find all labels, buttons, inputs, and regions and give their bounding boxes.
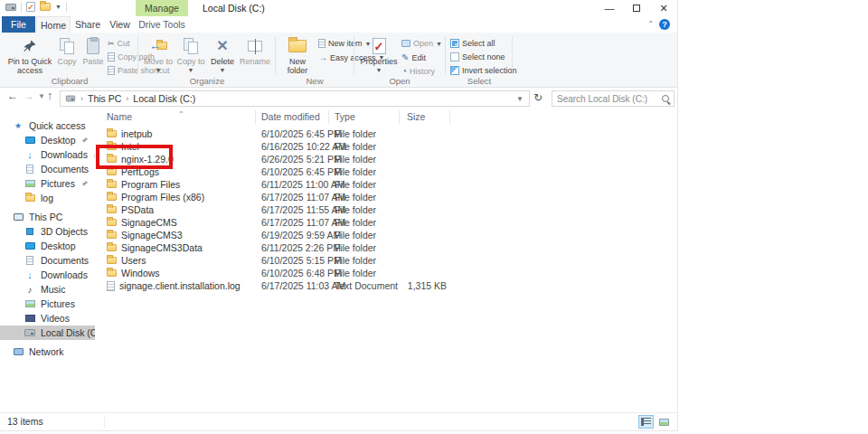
sidebar-item-desktop-pc[interactable]: Desktop	[0, 239, 95, 253]
tab-view[interactable]: View	[105, 16, 135, 33]
music-icon: ♪	[28, 285, 33, 295]
minimize-button[interactable]: —	[596, 0, 623, 16]
details-view-button[interactable]	[638, 415, 654, 429]
documents-icon	[26, 165, 33, 174]
videos-icon	[25, 315, 35, 322]
column-header-name[interactable]: ⌃ Name	[95, 110, 256, 124]
sidebar-item-network[interactable]: Network	[0, 344, 95, 359]
pin-icon	[81, 137, 89, 144]
pictures-icon	[25, 300, 35, 307]
file-row-psdata[interactable]: PSData 6/17/2025 11:55 AM File folder	[95, 203, 677, 216]
paste-button[interactable]: Paste	[80, 36, 106, 67]
sidebar-item-music[interactable]: ♪ Music	[0, 282, 95, 297]
copy-icon	[60, 36, 75, 56]
pin-to-quick-access-button[interactable]: Pin to Quick access	[5, 36, 54, 75]
rename-button[interactable]: Rename	[238, 36, 272, 67]
divider	[66, 3, 67, 12]
help-icon[interactable]: ?	[659, 19, 670, 30]
folder-icon[interactable]	[40, 3, 51, 11]
up-icon[interactable]: ↑	[47, 90, 52, 102]
address-bar-row: ← → ▼ ↑ › This PC › Local Disk (C:) ▼ ↻	[0, 88, 677, 109]
sidebar-item-desktop[interactable]: Desktop	[0, 133, 95, 147]
address-bar[interactable]: › This PC › Local Disk (C:) ▼	[60, 90, 530, 107]
folder-icon	[107, 130, 117, 137]
collapse-ribbon-icon[interactable]: ⌃	[647, 20, 654, 28]
sidebar-item-pictures[interactable]: Pictures	[0, 176, 95, 191]
new-folder-button[interactable]: New folder	[280, 36, 315, 75]
tab-drive-tools[interactable]: Drive Tools	[136, 16, 188, 33]
column-header-size[interactable]: Size	[400, 110, 450, 124]
file-row-program-files[interactable]: Program Files 6/11/2025 11:00 AM File fo…	[95, 178, 677, 191]
thumbnails-view-button[interactable]	[656, 415, 672, 429]
search-input[interactable]	[557, 94, 662, 104]
manage-contextual-tab[interactable]: Manage	[136, 0, 188, 16]
search-box[interactable]	[552, 90, 675, 107]
details-view-icon	[641, 418, 651, 426]
sidebar-item-videos[interactable]: Videos	[0, 311, 95, 326]
divider	[137, 36, 138, 74]
breadcrumb-local-disk[interactable]: Local Disk (C:)	[133, 93, 195, 104]
maximize-button[interactable]	[623, 0, 650, 16]
desktop-icon	[25, 137, 35, 144]
properties-button[interactable]: ✓ Properties ▼	[360, 36, 398, 73]
sidebar-item-downloads[interactable]: ↓ Downloads	[0, 147, 95, 162]
sidebar-item-documents-pc[interactable]: Documents	[0, 253, 95, 268]
back-icon[interactable]: ←	[7, 90, 18, 102]
search-icon	[662, 95, 669, 102]
window-title: Local Disk (C:)	[203, 0, 265, 16]
sidebar-item-this-pc[interactable]: This PC	[0, 210, 95, 224]
open-button[interactable]: Open ▼	[401, 39, 442, 48]
sidebar-item-pictures-pc[interactable]: Pictures	[0, 297, 95, 311]
file-row-intel[interactable]: Intel 6/16/2025 10:22 AM File folder	[95, 140, 677, 153]
qat-dropdown-icon[interactable]: ▼	[55, 4, 61, 10]
copy-to-button[interactable]: Copy to ▼	[175, 36, 206, 73]
folder-icon	[107, 269, 117, 277]
file-row-windows[interactable]: Windows 6/10/2025 6:48 PM File folder	[95, 267, 677, 279]
delete-button[interactable]: ✕ Delete ▼	[208, 36, 237, 73]
select-all-button[interactable]: Select all	[450, 39, 495, 48]
divider	[104, 415, 105, 429]
properties-shortcut-icon[interactable]: ✓	[26, 2, 35, 12]
tab-home[interactable]: Home	[36, 16, 71, 33]
column-header-type[interactable]: Type	[329, 110, 400, 124]
cut-button[interactable]: ✂ Cut	[108, 39, 130, 48]
history-button[interactable]: ◔ History	[401, 66, 435, 76]
sidebar-item-downloads-pc[interactable]: ↓ Downloads	[0, 268, 95, 282]
open-icon	[401, 40, 410, 47]
address-dropdown-icon[interactable]: ▼	[516, 95, 524, 103]
tab-file[interactable]: File	[2, 16, 35, 33]
refresh-icon[interactable]: ↻	[533, 91, 542, 104]
move-to-button[interactable]: ← Move to ▼	[143, 36, 174, 73]
tab-share[interactable]: Share	[72, 16, 103, 33]
divider	[275, 36, 276, 74]
downloads-icon: ↓	[27, 149, 33, 160]
sidebar-item-documents[interactable]: Documents	[0, 162, 95, 176]
invert-selection-button[interactable]: Invert selection	[450, 66, 517, 75]
sidebar-item-log[interactable]: log	[0, 191, 95, 205]
sidebar-item-3d-objects[interactable]: 3D Objects	[0, 224, 95, 239]
file-row-program-files-x86[interactable]: Program Files (x86) 6/17/2025 11:07 AM F…	[95, 191, 677, 203]
close-button[interactable]: ✕	[650, 0, 677, 16]
breadcrumb-this-pc[interactable]: This PC	[88, 93, 121, 104]
edit-button[interactable]: ✎ Edit	[401, 52, 426, 62]
file-row-signage-log[interactable]: signage.client.installation.log 6/17/202…	[95, 279, 677, 292]
file-row-signagecms3[interactable]: SignageCMS3 6/19/2025 9:59 AM File folde…	[95, 229, 677, 241]
sidebar-item-local-disk-c[interactable]: Local Disk (C:)	[0, 326, 95, 340]
file-row-signagecms3data[interactable]: SignageCMS3Data 6/11/2025 2:26 PM File f…	[95, 241, 677, 254]
copy-button[interactable]: Copy	[54, 36, 80, 67]
cut-icon: ✂	[108, 39, 115, 48]
file-row-signagecms[interactable]: SignageCMS 6/17/2025 11:07 AM File folde…	[95, 216, 677, 229]
column-header-date-modified[interactable]: Date modified	[256, 110, 329, 124]
folder-icon	[107, 193, 117, 201]
folder-icon	[107, 206, 117, 213]
recent-locations-icon[interactable]: ▼	[38, 92, 45, 100]
this-pc-icon	[14, 213, 24, 221]
status-bar: 13 items	[0, 412, 677, 430]
file-row-nginx[interactable]: nginx-1.29.0 6/26/2025 5:21 PM File fold…	[95, 153, 677, 165]
file-row-users[interactable]: Users 6/10/2025 5:15 PM File folder	[95, 254, 677, 267]
select-none-button[interactable]: Select none	[450, 52, 505, 61]
forward-icon[interactable]: →	[24, 90, 34, 102]
file-row-inetpub[interactable]: inetpub 6/10/2025 6:45 PM File folder	[95, 127, 677, 140]
sidebar-item-quick-access[interactable]: ★ Quick access	[0, 118, 95, 133]
file-row-perflogs[interactable]: PerfLogs 6/10/2025 6:45 PM File folder	[95, 165, 677, 178]
